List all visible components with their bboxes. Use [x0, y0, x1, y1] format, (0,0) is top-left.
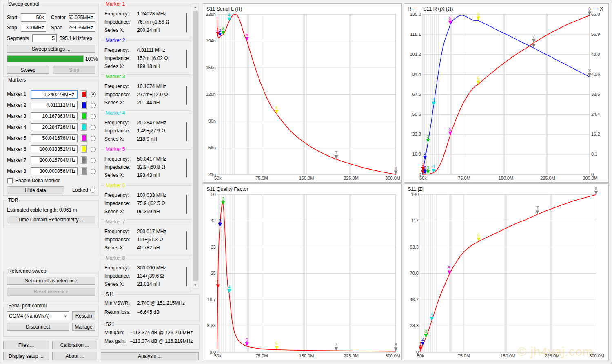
files-button[interactable]: Files ...: [3, 341, 49, 349]
marker8-radio[interactable]: [91, 169, 96, 174]
marker-panel-scrollbar[interactable]: ▲ ▼: [192, 3, 199, 289]
chart-r-jx[interactable]: 135.065.0118.156.9101.248.884.440.667.53…: [404, 3, 609, 183]
marker4-color-swatch[interactable]: [81, 123, 87, 131]
svg-text:50k: 50k: [419, 176, 427, 181]
about-button[interactable]: About ...: [52, 352, 97, 360]
svg-text:75.0M: 75.0M: [458, 176, 470, 181]
step-info: 595.1 kHz/step: [60, 34, 92, 42]
sweep-button[interactable]: Sweep: [7, 66, 49, 74]
max-gain-row: Max gain:−113.374 dB @ 126.219MHz: [104, 338, 196, 344]
svg-text:16.2: 16.2: [591, 132, 600, 137]
marker6-radio[interactable]: [91, 147, 96, 152]
span-input[interactable]: 299.95MHz: [69, 24, 95, 32]
marker4-radio[interactable]: [91, 125, 96, 130]
marker5-color-swatch[interactable]: [81, 134, 87, 142]
marker5-radio[interactable]: [91, 136, 96, 141]
stop-button[interactable]: Stop: [53, 66, 95, 74]
marker4-input[interactable]: 20.284726MHz: [31, 123, 78, 131]
manage-button[interactable]: Manage: [72, 323, 95, 331]
marker1-color-swatch[interactable]: [81, 90, 87, 98]
hide-data-button[interactable]: Hide data: [7, 186, 64, 194]
marker7-radio[interactable]: [91, 158, 96, 163]
calibration-button[interactable]: Calibration ...: [52, 341, 97, 349]
marker2-data-scrollbar: [186, 50, 187, 68]
marker4-seriesx-row: Series X:218.9 nH: [104, 136, 187, 142]
svg-text:7: 7: [536, 205, 539, 210]
marker2-color-swatch[interactable]: [81, 101, 87, 109]
marker2-radio[interactable]: [91, 103, 96, 108]
marker6-input[interactable]: 100.033352MHz: [31, 145, 78, 153]
start-input[interactable]: 50k: [21, 13, 46, 22]
center-label: Center: [51, 13, 66, 22]
set-reference-button[interactable]: Set current as reference: [7, 277, 95, 285]
chart-quality-factor[interactable]: 5042332516.78.330.050k75.0M150.0M225.0M3…: [203, 183, 402, 360]
marker2-data-title: Marker 2: [104, 38, 126, 43]
marker8-color-swatch[interactable]: [81, 167, 87, 175]
analysis-button[interactable]: Analysis ...: [101, 352, 199, 360]
disconnect-button[interactable]: Disconnect: [7, 323, 69, 331]
marker8-data-scrollbar: [186, 267, 187, 286]
marker4-label: Marker 4: [7, 123, 26, 131]
segments-input[interactable]: 5: [32, 34, 57, 42]
reference-sweep-group: Reference sweep Set current as reference…: [3, 271, 99, 302]
marker3-color-swatch[interactable]: [81, 112, 87, 120]
locked-radio[interactable]: [90, 188, 95, 193]
svg-text:5: 5: [449, 127, 451, 132]
marker7-label: Marker 7: [7, 156, 26, 164]
svg-text:40.6: 40.6: [591, 72, 600, 77]
reset-reference-button[interactable]: Reset reference: [7, 288, 95, 296]
marker5-impedance-row: Impedance:32.9+j60.8 Ω: [104, 164, 187, 170]
chart-z[interactable]: 14011793.370.046.723.3050k75.0M150.0M225…: [404, 183, 609, 360]
svg-text:7: 7: [335, 342, 337, 347]
marker7-input[interactable]: 200.016704MHz: [31, 156, 78, 164]
svg-text:150.0M: 150.0M: [499, 176, 514, 181]
svg-text:4: 4: [228, 285, 231, 289]
sweep-control-group: Sweep control Start 50k Center 150.025MH…: [3, 4, 99, 77]
marker1-data-scrollbar: [186, 13, 187, 32]
marker3-data-title: Marker 3: [104, 74, 126, 79]
marker8-data-title: Marker 8: [104, 255, 126, 261]
chart-serial-l[interactable]: 228n194n159n125n90n56n21n50k75.0M150.0M2…: [203, 3, 402, 183]
svg-text:150.0M: 150.0M: [299, 176, 314, 181]
scrollbar-thumb[interactable]: [193, 11, 198, 281]
marker8-input[interactable]: 300.000056MHz: [31, 167, 78, 175]
tdr-button[interactable]: Time Domain Reflectometry ...: [7, 216, 95, 223]
svg-text:101.2: 101.2: [410, 52, 421, 57]
s21-info-group: S21 Min gain:−113.374 dB @ 126.219MHz Ma…: [101, 324, 200, 350]
marker8-label: Marker 8: [7, 167, 26, 175]
marker4-data-box: Marker 4 Frequency:20.2847 MHz Impedance…: [101, 113, 191, 147]
sweep-settings-button[interactable]: Sweep settings ...: [7, 45, 95, 53]
center-input[interactable]: 150.025MHz: [69, 13, 95, 22]
display-setup-button[interactable]: Display setup ...: [3, 352, 49, 360]
svg-text:5: 5: [246, 32, 248, 37]
svg-text:R: R: [408, 6, 411, 12]
marker3-radio[interactable]: [91, 114, 96, 119]
svg-text:225.0M: 225.0M: [344, 353, 359, 358]
enable-delta-marker-checkbox[interactable]: [7, 178, 13, 183]
marker1-input[interactable]: 1.240278MHz: [31, 90, 78, 99]
svg-text:S11 Quality Factor: S11 Quality Factor: [206, 186, 248, 192]
marker3-input[interactable]: 10.167363MHz: [31, 112, 78, 120]
svg-text:5: 5: [448, 265, 450, 270]
marker6-color-swatch[interactable]: [81, 145, 87, 153]
s11-info-group: S11 Min VSWR:2.740 @ 151.215MHz Return l…: [101, 294, 200, 322]
marker5-input[interactable]: 50.041676MHz: [31, 134, 78, 142]
min-gain-row: Min gain:−113.374 dB @ 126.219MHz: [104, 330, 196, 335]
marker1-frequency-row: Frequency:1.24028 MHz: [104, 11, 187, 17]
svg-text:75.0M: 75.0M: [255, 353, 268, 358]
cable-length-text: Estimated cable length: 0.061 m: [7, 206, 77, 214]
svg-text:70.0: 70.0: [410, 271, 419, 276]
svg-text:3: 3: [425, 329, 427, 334]
svg-text:48.8: 48.8: [591, 52, 600, 57]
stop-input[interactable]: 300MHz: [21, 24, 46, 32]
marker2-input[interactable]: 4.811112MHz: [31, 101, 78, 109]
scroll-down-icon[interactable]: ▼: [192, 282, 198, 288]
marker4-impedance-row: Impedance:1.49+j27.9 Ω: [104, 128, 187, 134]
rescan-button[interactable]: Rescan: [72, 311, 95, 320]
marker3-impedance-row: Impedance:277m+j12.9 Ω: [104, 92, 187, 97]
scroll-up-icon[interactable]: ▲: [192, 4, 198, 10]
marker1-radio[interactable]: [91, 92, 96, 97]
marker7-color-swatch[interactable]: [81, 156, 87, 164]
serial-port-select[interactable]: COM4 (NanoVNA)∨: [7, 311, 69, 320]
svg-text:6: 6: [477, 12, 479, 17]
